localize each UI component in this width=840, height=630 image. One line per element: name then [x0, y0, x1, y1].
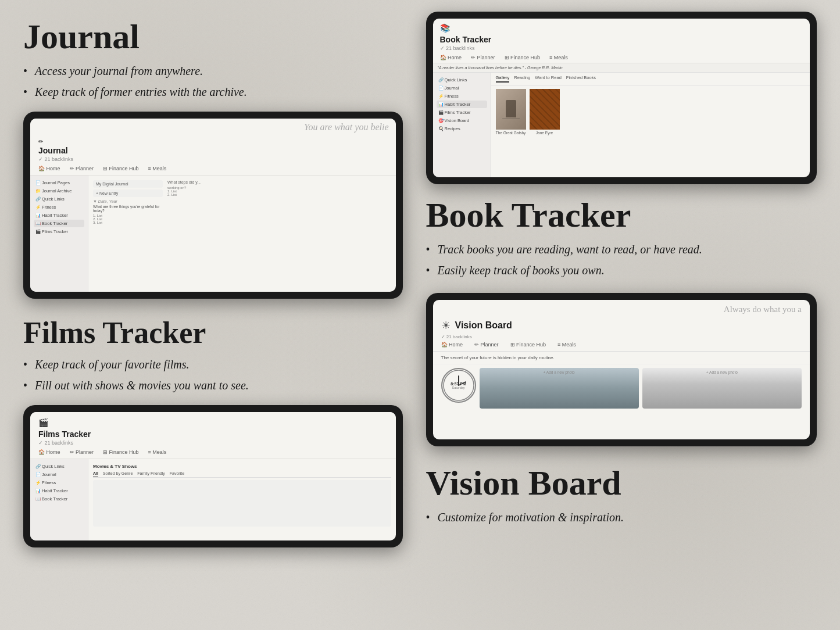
- vb-photo-1[interactable]: + Add a new photo: [480, 368, 639, 409]
- vb-nav-home[interactable]: 🏠 Home: [441, 342, 463, 348]
- book-screen-top: 📚 Book Tracker ✓ 21 backlinks 🏠 Home ✏ P…: [433, 19, 810, 63]
- films-tab-all[interactable]: All: [93, 471, 98, 477]
- vb-backlinks: ✓ 21 backlinks: [433, 334, 810, 342]
- book-bullet-2: Easily keep track of books you own.: [426, 262, 817, 278]
- side-list: working on? 1. List 2. List: [167, 186, 391, 196]
- journal-pencil-icon: ✏: [38, 138, 43, 145]
- book-nav: 🏠 Home ✏ Planner ⊞ Finance Hub ≡ Meals: [440, 55, 803, 60]
- book-tab-reading[interactable]: Reading: [514, 75, 530, 83]
- book-tab-gallery[interactable]: Gallery: [496, 75, 510, 83]
- vb-nav-finance[interactable]: ⊞ Finance Hub: [510, 342, 546, 348]
- vb-screen: Always do what you a ☀ Vision Board ✓ 21…: [433, 300, 810, 439]
- journal-screen-title: Journal: [38, 146, 388, 155]
- vb-nav-planner[interactable]: ✏ Planner: [474, 342, 499, 348]
- book-tracker-heading: Book Tracker: [426, 196, 817, 234]
- vision-board-text: Vision Board Customize for motivation & …: [426, 464, 817, 525]
- films-movies-header: Movies & TV Shows: [93, 464, 391, 469]
- films-main-content: Movies & TV Shows All Sorted by Genre Fa…: [88, 459, 396, 540]
- films-bullet-2: Fill out with shows & movies you want to…: [23, 377, 403, 393]
- vb-icon-area: ☀ Vision Board: [433, 317, 810, 334]
- films-sidebar-book[interactable]: 📖 Book Tracker: [34, 495, 84, 503]
- films-bullets: Keep track of your favorite films. Fill …: [23, 356, 403, 393]
- gatsby-label: The Great Gatsby: [496, 131, 526, 135]
- my-digital-journal[interactable]: My Digital Journal: [93, 180, 163, 188]
- book-sidebar-journal[interactable]: 📄 Journal: [437, 84, 487, 92]
- sidebar-quick-links[interactable]: 🔗 Quick Links: [34, 195, 84, 203]
- book-screen: 📚 Book Tracker ✓ 21 backlinks 🏠 Home ✏ P…: [433, 19, 810, 177]
- book-tabs: Gallery Reading Want to Read Finished Bo…: [491, 73, 810, 85]
- journal-list: 1. List 2. List 3. List: [93, 214, 163, 224]
- journal-screen-body: 📄 Journal Pages 📁 Journal Archive 🔗 Quic…: [30, 176, 396, 292]
- sidebar-films-tracker[interactable]: 🎬 Films Tracker: [34, 228, 84, 235]
- journal-backlinks: ✓ 21 backlinks: [38, 156, 388, 162]
- films-tabs-row: All Sorted by Genre Family Friendly Favo…: [93, 471, 391, 478]
- films-screen-body: 🔗 Quick Links 📄 Journal ⚡ Fitness 📊 Habi…: [30, 459, 396, 540]
- films-tab-genre[interactable]: Sorted by Genre: [103, 471, 133, 477]
- book-sidebar-films[interactable]: 🎬 Films Tracker: [437, 109, 487, 116]
- vb-handwriting: Always do what you a: [433, 300, 810, 317]
- vb-inner: Always do what you a ☀ Vision Board ✓ 21…: [433, 300, 810, 439]
- book-screen-body: 🔗 Quick Links 📄 Journal ⚡ Fitness 📊 Habi…: [433, 73, 810, 177]
- journal-section: Journal Access your journal from anywher…: [23, 17, 403, 299]
- films-nav-meals[interactable]: ≡ Meals: [148, 449, 167, 455]
- vb-clock-day: Saturday: [451, 386, 466, 389]
- left-column: Journal Access your journal from anywher…: [23, 17, 420, 565]
- films-sidebar-habit[interactable]: 📊 Habit Tracker: [34, 487, 84, 495]
- films-sidebar-journal[interactable]: 📄 Journal: [34, 471, 84, 478]
- book-sidebar-vision[interactable]: 🎯 Vision Board: [437, 117, 487, 124]
- book-quote: "A reader lives a thousand lives before …: [433, 63, 810, 73]
- vb-quote: The secret of your future is hidden in y…: [433, 352, 810, 364]
- date-label: ▼ Date, Year: [93, 199, 163, 203]
- book-tab-want[interactable]: Want to Read: [535, 75, 562, 83]
- films-nav-home[interactable]: 🏠 Home: [38, 449, 60, 455]
- book-main: Gallery Reading Want to Read Finished Bo…: [491, 73, 810, 177]
- films-sidebar-links[interactable]: 🔗 Quick Links: [34, 463, 84, 470]
- book-sidebar-links[interactable]: 🔗 Quick Links: [437, 76, 487, 84]
- films-content-area: [93, 480, 391, 527]
- vb-photos-area: 8:57 PM Saturday + Add a new photo + Add…: [433, 364, 810, 412]
- films-sidebar-fitness[interactable]: ⚡ Fitness: [34, 479, 84, 486]
- sidebar-journal-pages[interactable]: 📄 Journal Pages: [34, 179, 84, 187]
- sidebar-journal-archive[interactable]: 📁 Journal Archive: [34, 187, 84, 195]
- journal-device: You are what you belie ✏ Journal ✓ 21 ba…: [23, 112, 403, 299]
- book-sidebar-fitness[interactable]: ⚡ Fitness: [437, 92, 487, 100]
- nav-planner[interactable]: ✏ Planner: [70, 166, 94, 171]
- nav-home[interactable]: 🏠 Home: [38, 166, 60, 171]
- films-nav-planner[interactable]: ✏ Planner: [70, 449, 94, 455]
- sidebar-book-tracker[interactable]: 📖 Book Tracker: [34, 220, 84, 227]
- book-nav-finance[interactable]: ⊞ Finance Hub: [505, 55, 541, 60]
- sidebar-fitness[interactable]: ⚡ Fitness: [34, 203, 84, 211]
- films-screen-header: 🎬 Films Tracker ✓ 21 backlinks 🏠 Home ✏ …: [30, 412, 396, 459]
- films-screen-title: Films Tracker: [38, 429, 388, 439]
- vb-nav-meals[interactable]: ≡ Meals: [557, 342, 576, 348]
- films-nav-finance[interactable]: ⊞ Finance Hub: [103, 449, 139, 455]
- nav-finance[interactable]: ⊞ Finance Hub: [103, 166, 139, 171]
- films-sidebar: 🔗 Quick Links 📄 Journal ⚡ Fitness 📊 Habi…: [30, 459, 88, 540]
- gatsby-book: The Great Gatsby: [496, 89, 526, 135]
- films-section: Films Tracker Keep track of your favorit…: [23, 316, 403, 547]
- book-nav-meals[interactable]: ≡ Meals: [549, 55, 568, 60]
- sidebar-habit-tracker[interactable]: 📊 Habit Tracker: [34, 212, 84, 219]
- page-layout: Journal Access your journal from anywher…: [0, 0, 840, 582]
- nav-meals[interactable]: ≡ Meals: [148, 166, 167, 171]
- films-bullet-1: Keep track of your favorite films.: [23, 356, 403, 373]
- journal-heading: Journal: [23, 17, 403, 56]
- vb-clock: 8:57 PM Saturday: [441, 368, 476, 403]
- jane-label: Jane Eyre: [530, 131, 560, 135]
- vb-photo-2[interactable]: + Add a new photo: [642, 368, 802, 409]
- new-entry[interactable]: + New Entry: [93, 189, 163, 197]
- vb-heading: Vision Board: [426, 464, 817, 502]
- book-tab-finished[interactable]: Finished Books: [566, 75, 596, 83]
- journal-left-block: My Digital Journal + New Entry ▼ Date, Y…: [93, 180, 163, 224]
- book-sidebar-habit[interactable]: 📊 Habit Tracker: [437, 101, 487, 108]
- vb-device: Always do what you a ☀ Vision Board ✓ 21…: [426, 293, 817, 446]
- journal-nav: 🏠 Home ✏ Planner ⊞ Finance Hub ≡ Meals: [38, 166, 388, 171]
- films-tab-favorite[interactable]: Favorite: [170, 471, 184, 477]
- films-tab-family[interactable]: Family Friendly: [137, 471, 165, 477]
- journal-blocks: My Digital Journal + New Entry ▼ Date, Y…: [93, 180, 391, 224]
- book-icon: 📚: [440, 23, 803, 33]
- gatsby-figure: [506, 100, 516, 117]
- book-nav-planner[interactable]: ✏ Planner: [471, 55, 495, 60]
- book-nav-home[interactable]: 🏠 Home: [440, 55, 462, 60]
- book-sidebar-recipes[interactable]: 🍳 Recipes: [437, 125, 487, 133]
